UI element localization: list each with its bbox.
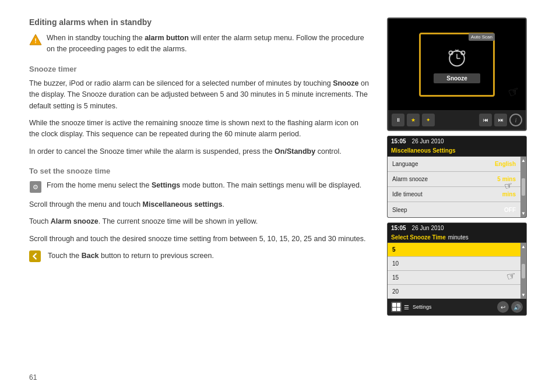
bot-units: minutes (448, 234, 469, 241)
alarm-screen-content: Auto Scan Snooze ☞ (388, 19, 526, 110)
snooze-button[interactable]: Snooze (434, 73, 480, 83)
svg-text:⚙: ⚙ (33, 183, 38, 190)
warning-icon: ! (29, 33, 42, 46)
svg-text:!: ! (34, 37, 37, 44)
misc-settings-screen: 15:05 26 Jun 2010 Miscellaneous Settings… (387, 136, 527, 218)
footer-settings-label: Settings (413, 304, 432, 310)
settings-row-alarm-snooze[interactable]: Alarm snooze 5 mins ☞ (388, 172, 520, 187)
snooze-row-10[interactable]: 10 (388, 257, 520, 271)
snooze-time-screen: 15:05 26 Jun 2010 Select Snooze Time min… (387, 223, 527, 316)
left-controls: ⏸ ★ ✦ (392, 114, 435, 126)
bot-time: 15:05 (391, 225, 406, 231)
rewind-button[interactable]: ⏮ (479, 114, 492, 126)
bot-title-text: Select Snooze Time (391, 234, 446, 241)
bot-header: 15:05 26 Jun 2010 (388, 223, 526, 233)
settings-row-sleep[interactable]: Sleep OFF (388, 202, 520, 217)
scroll-down-arrow[interactable]: ▼ (521, 211, 526, 216)
scroll-thumb (522, 178, 525, 196)
alarm-clock-icon (445, 45, 469, 69)
fav2-button[interactable]: ✦ (422, 114, 435, 126)
misc-time: 15:05 (391, 138, 406, 144)
back-btn[interactable]: ↩ (497, 301, 509, 313)
settings-icon: ⚙ (29, 181, 42, 193)
editing-note: ! When in standby touching the alarm but… (29, 33, 370, 55)
alarm-screen: Auto Scan Snooze ☞ (387, 17, 527, 131)
language-label: Language (392, 161, 418, 167)
page-number: 61 (29, 373, 37, 382)
finger-cursor-top: ☞ (506, 83, 522, 101)
misc-title: Miscellaneous Settings (388, 146, 526, 157)
misc-scrollbar[interactable]: ▲ ▼ (520, 157, 526, 217)
pause-button[interactable]: ⏸ (392, 114, 404, 126)
fav-button[interactable]: ★ (407, 114, 420, 126)
bot-content-wrapper: 5 10 15 20 ▲ ▼ ☞ (388, 243, 526, 299)
snooze-para1: The buzzer, iPod or radio alarm can be s… (29, 78, 370, 112)
idle-label: Idle timeout (392, 191, 423, 197)
scroll-up-arrow[interactable]: ▲ (521, 158, 526, 163)
settings-row-idle[interactable]: Idle timeout mins (388, 187, 520, 202)
step2-text: Scroll through the menu and touch Miscel… (29, 199, 370, 210)
misc-header: 15:05 26 Jun 2010 (388, 136, 526, 146)
snooze-para3: In order to cancel the Snooze timer whil… (29, 146, 370, 157)
snooze-time-list: 5 10 15 20 (388, 243, 520, 299)
bot-scrollbar[interactable]: ▲ ▼ (520, 243, 526, 299)
bot-scroll-down[interactable]: ▼ (521, 292, 526, 298)
editing-note-text: When in standby touching the alarm butto… (47, 33, 370, 55)
sleep-label: Sleep (392, 207, 407, 213)
misc-date: 26 Jun 2010 (412, 138, 444, 144)
right-column: Auto Scan Snooze ☞ (387, 17, 539, 380)
volume-btn[interactable]: 🔊 (511, 301, 523, 313)
step5-text: Touch the Back button to return to previ… (48, 250, 214, 262)
footer-right: ↩ 🔊 (497, 301, 523, 313)
bot-scroll-up[interactable]: ▲ (521, 244, 526, 249)
menu-icon: ☰ (404, 304, 409, 310)
snooze-row-20[interactable]: 20 (388, 285, 520, 299)
snooze-row-15[interactable]: 15 (388, 271, 520, 285)
footer-left: ☰ Settings (391, 302, 432, 312)
left-column: Editing alarms when in standby ! When in… (29, 17, 375, 380)
section-heading-snooze: Snooze timer (29, 65, 370, 73)
alarm-snooze-label: Alarm snooze (392, 176, 428, 182)
screen-top-controls: ⏸ ★ ✦ ⏮ ⏭ i (388, 110, 526, 130)
info-button[interactable]: i (509, 114, 522, 126)
step5-note: Touch the Back button to return to previ… (29, 250, 370, 262)
section-heading-editing: Editing alarms when in standby (29, 17, 370, 27)
section-heading-set-snooze: To set the snooze time (29, 167, 370, 175)
snooze-para2: While the snooze timer is active the rem… (29, 118, 370, 140)
bot-title: Select Snooze Time minutes (388, 233, 526, 243)
idle-value: mins (502, 191, 516, 197)
settings-row-language[interactable]: Language English (388, 157, 520, 172)
bot-scroll-thumb (522, 264, 525, 278)
language-value: English (495, 161, 516, 167)
misc-settings-list: Language English Alarm snooze 5 mins ☞ I… (388, 157, 520, 217)
fastforward-button[interactable]: ⏭ (494, 114, 507, 126)
misc-content-wrapper: Language English Alarm snooze 5 mins ☞ I… (388, 157, 526, 217)
back-icon (29, 250, 41, 262)
snooze-row-5[interactable]: 5 (388, 243, 520, 257)
right-controls: ⏮ ⏭ i (479, 114, 522, 126)
step3-text: Touch Alarm snooze. The current snooze t… (29, 216, 370, 227)
bot-footer: ☰ Settings ↩ 🔊 (388, 299, 526, 315)
bot-date: 26 Jun 2010 (412, 225, 444, 231)
alarm-box: Auto Scan Snooze (419, 33, 495, 97)
sleep-value: OFF (504, 207, 516, 213)
auto-scan-badge: Auto Scan (469, 33, 495, 41)
step1-text: From the home menu select the Settings m… (47, 180, 361, 191)
step4-text: Scroll through and touch the desired sno… (29, 234, 370, 245)
set-snooze-step1: ⚙ From the home menu select the Settings… (29, 180, 370, 193)
grid-button[interactable] (391, 302, 402, 312)
